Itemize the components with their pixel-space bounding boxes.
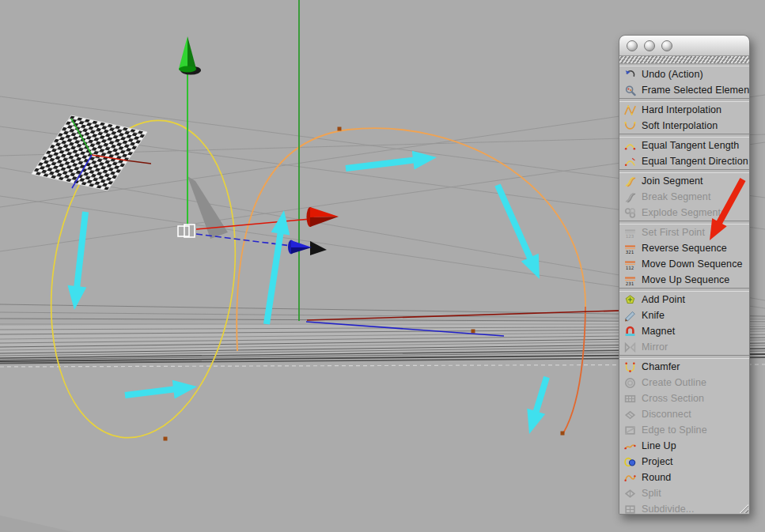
menu-item-label: Edge to Spline — [642, 424, 707, 436]
menu-item-label: Join Segment — [642, 175, 703, 187]
menu-item-label: Break Segment — [642, 191, 710, 202]
menu-item-equal-tangent-length[interactable]: Equal Tangent Length — [619, 138, 749, 153]
menu-item-project[interactable]: Project — [619, 454, 749, 470]
svg-text:112: 112 — [625, 265, 633, 270]
menu-item-label: Round — [642, 472, 671, 483]
y-axis-cone[interactable] — [179, 36, 187, 69]
x-axis-cone[interactable] — [310, 207, 339, 217]
outline-icon — [623, 376, 636, 389]
close-button[interactable] — [627, 40, 638, 51]
round-icon — [623, 471, 636, 484]
menu-item-magnet[interactable]: Magnet — [619, 323, 749, 339]
knife-icon — [623, 309, 636, 322]
menu-item-label: Cross Section — [642, 393, 704, 404]
menu-item-reverse-sequence[interactable]: 321Reverse Sequence — [619, 240, 749, 256]
menu-item-move-down-sequence[interactable]: 112Move Down Sequence — [619, 256, 749, 272]
cyan-direction-arrow — [527, 376, 550, 434]
cyan-direction-arrow — [263, 210, 290, 325]
cyan-direction-arrow — [67, 212, 89, 310]
menu-item-join-segment[interactable]: Join Segment — [619, 173, 749, 189]
cross-section-icon — [623, 392, 636, 405]
selected-point-handle[interactable] — [178, 224, 195, 237]
menu-item-chamfer[interactable]: Chamfer — [619, 359, 749, 375]
menu-item-subdivide: Subdivide... — [619, 501, 749, 515]
spline-edit-palette: Undo (Action)Frame Selected ElementsHard… — [619, 35, 750, 515]
palette-titlebar[interactable] — [619, 36, 749, 56]
spline-command-menu: Undo (Action)Frame Selected ElementsHard… — [619, 64, 749, 515]
menu-item-round[interactable]: Round — [619, 470, 749, 485]
menu-item-break-segment: Break Segment — [619, 189, 749, 205]
menu-item-equal-tangent-direction[interactable]: Equal Tangent Direction — [619, 153, 749, 169]
y-cone-base — [179, 66, 196, 73]
menu-item-label: Reverse Sequence — [642, 243, 727, 254]
menu-group: Hard InterpolationSoft Interpolation — [619, 101, 749, 134]
z-axis-cone-shade — [291, 247, 312, 254]
menu-item-label: Project — [642, 456, 673, 467]
break-icon — [623, 191, 636, 203]
zoom-button[interactable] — [661, 40, 672, 51]
menu-item-label: Disconnect — [642, 409, 691, 420]
menu-item-label: Undo (Action) — [642, 69, 703, 80]
svg-text:231: 231 — [625, 281, 634, 285]
menu-item-line-up[interactable]: Line Up — [619, 438, 749, 454]
menu-item-label: Move Up Sequence — [642, 274, 729, 285]
spline-point[interactable] — [471, 330, 475, 334]
menu-item-mirror: Mirror — [619, 339, 749, 355]
menu-item-cross-section: Cross Section — [619, 391, 749, 406]
menu-item-label: Line Up — [642, 440, 676, 451]
svg-text:123: 123 — [625, 233, 634, 238]
menu-item-label: Set First Point — [642, 227, 705, 238]
menu-item-edge-to-spline: Edge to Spline — [619, 422, 749, 438]
menu-group: ChamferCreate OutlineCross SectionDiscon… — [619, 358, 749, 515]
menu-item-undo-action[interactable]: Undo (Action) — [619, 66, 749, 82]
palette-drag-handle[interactable] — [619, 56, 749, 64]
menu-item-label: Explode Segments — [642, 207, 726, 218]
menu-group: Undo (Action)Frame Selected Elements — [619, 66, 749, 99]
menu-item-label: Mirror — [642, 341, 668, 353]
reverse-icon: 321 — [623, 242, 636, 255]
cyan-direction-arrow — [125, 380, 198, 399]
menu-item-disconnect: Disconnect — [619, 406, 749, 422]
spline-point[interactable] — [561, 432, 565, 436]
menu-item-label: Create Outline — [642, 377, 706, 388]
menu-group: Equal Tangent LengthEqual Tangent Direct… — [619, 137, 749, 170]
join-icon — [623, 175, 636, 187]
spline-point[interactable] — [338, 127, 342, 131]
undo-icon — [623, 68, 636, 81]
menu-item-label: Hard Interpolation — [642, 104, 721, 115]
svg-text:321: 321 — [625, 249, 634, 254]
menu-item-label: Magnet — [642, 326, 675, 337]
menu-item-label: Move Down Sequence — [642, 258, 743, 270]
tan-dir-icon — [623, 155, 636, 168]
menu-item-hard-interpolation[interactable]: Hard Interpolation — [619, 102, 749, 118]
menu-item-move-up-sequence[interactable]: 231Move Up Sequence — [619, 272, 749, 288]
spline-point[interactable] — [164, 437, 168, 441]
menu-item-label: Equal Tangent Length — [642, 140, 739, 151]
menu-item-label: Split — [642, 488, 661, 499]
menu-item-set-first-point: 123Set First Point — [619, 224, 749, 240]
menu-item-label: Add Point — [642, 294, 685, 305]
mirror-icon — [623, 341, 636, 353]
chamfer-icon — [623, 360, 636, 373]
move-down-icon: 112 — [623, 258, 636, 270]
menu-item-label: Chamfer — [642, 361, 680, 372]
cyan-direction-arrow — [346, 151, 437, 172]
menu-item-split: Split — [619, 485, 749, 501]
menu-item-frame-selected-elements[interactable]: Frame Selected Elements — [619, 82, 749, 98]
menu-item-knife[interactable]: Knife — [619, 308, 749, 323]
set-first-icon: 123 — [623, 226, 636, 239]
project-icon — [623, 455, 636, 468]
menu-item-soft-interpolation[interactable]: Soft Interpolation — [619, 118, 749, 134]
minimize-button[interactable] — [644, 40, 655, 51]
y-axis-cone-shade — [187, 36, 196, 69]
disconnect-icon — [623, 408, 636, 421]
menu-item-label: Subdivide... — [642, 504, 695, 515]
split-icon — [623, 487, 636, 500]
corner-shade — [0, 515, 73, 532]
explode-icon — [623, 206, 636, 219]
tan-len-icon — [623, 139, 636, 152]
checkered-plane[interactable] — [32, 115, 147, 191]
hard-interp-icon — [623, 104, 636, 116]
move-up-icon: 231 — [623, 274, 636, 286]
menu-item-add-point[interactable]: Add Point — [619, 292, 749, 308]
